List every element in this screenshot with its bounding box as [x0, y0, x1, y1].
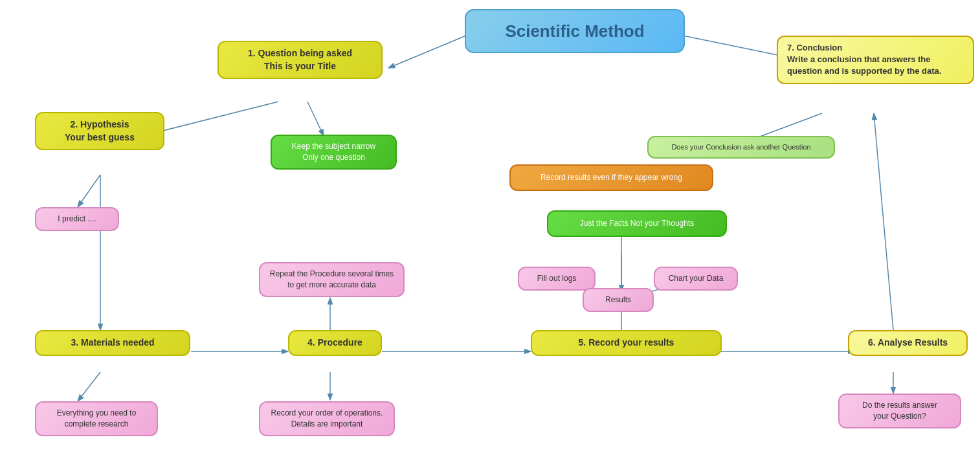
question-node: 1. Question being asked This is your Tit… [217, 41, 383, 79]
does-conclusion-node: Does your Conclusion ask another Questio… [647, 136, 835, 159]
predict-label: I predict .... [58, 214, 96, 223]
diagram: Scientific Method 1. Question being aske… [0, 0, 980, 455]
svg-line-20 [78, 372, 100, 401]
svg-line-4 [307, 102, 324, 136]
record-wrong-label: Record results even if they appear wrong [540, 173, 682, 182]
analyse-node: 6. Analyse Results [848, 330, 968, 356]
everything-node: Everything you need to complete research [35, 401, 158, 436]
conclusion-label: 7. Conclusion Write a conclusion that an… [787, 43, 941, 76]
keep-narrow-node: Keep the subject narrow Only one questio… [271, 135, 397, 170]
materials-node: 3. Materials needed [35, 330, 190, 356]
svg-line-5 [78, 175, 100, 207]
hypothesis-label: 2. Hypothesis Your best guess [65, 119, 135, 142]
results-node: Results [583, 288, 654, 312]
predict-node: I predict .... [35, 207, 119, 231]
svg-line-1 [388, 36, 466, 68]
results-label: Results [605, 295, 631, 304]
procedure-node: 4. Procedure [288, 330, 382, 356]
do-results-label: Do the results answer your Question? [862, 401, 937, 421]
chart-data-node: Chart your Data [654, 267, 738, 291]
repeat-node: Repeat the Procedure several times to ge… [259, 262, 405, 297]
record-results-label: 5. Record your results [579, 337, 674, 348]
svg-line-17 [874, 113, 893, 330]
procedure-label: 4. Procedure [307, 337, 362, 348]
chart-data-label: Chart your Data [669, 274, 724, 283]
main-title-node: Scientific Method [465, 9, 685, 53]
keep-narrow-label: Keep the subject narrow Only one questio… [292, 142, 375, 162]
repeat-label: Repeat the Procedure several times to ge… [270, 269, 394, 289]
facts-node: Just the Facts Not your Thoughts [547, 210, 727, 237]
record-results-node: 5. Record your results [531, 330, 722, 356]
main-title-label: Scientific Method [505, 21, 644, 41]
do-results-node: Do the results answer your Question? [838, 394, 961, 428]
record-order-label: Record your order of operations. Details… [271, 408, 383, 428]
question-label: 1. Question being asked This is your Tit… [248, 48, 352, 71]
hypothesis-node: 2. Hypothesis Your best guess [35, 112, 164, 150]
analyse-label: 6. Analyse Results [868, 337, 948, 348]
does-conclusion-label: Does your Conclusion ask another Questio… [671, 143, 810, 151]
conclusion-node: 7. Conclusion Write a conclusion that an… [777, 36, 974, 84]
fill-logs-label: Fill out logs [537, 274, 577, 283]
everything-label: Everything you need to complete research [57, 408, 137, 428]
fill-logs-node: Fill out logs [518, 267, 596, 291]
record-order-node: Record your order of operations. Details… [259, 401, 395, 436]
facts-label: Just the Facts Not your Thoughts [580, 219, 695, 228]
materials-label: 3. Materials needed [71, 337, 154, 348]
record-wrong-node: Record results even if they appear wrong [509, 164, 713, 191]
